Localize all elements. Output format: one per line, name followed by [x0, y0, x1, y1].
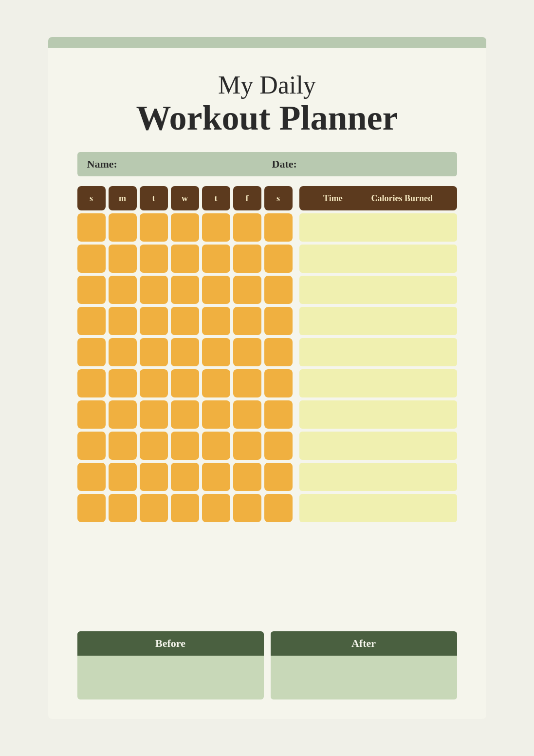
date-label: Date:: [262, 158, 447, 170]
day-cell[interactable]: [140, 213, 168, 242]
day-cell[interactable]: [264, 338, 293, 366]
day-cell[interactable]: [264, 400, 293, 429]
day-row-9: [77, 463, 293, 491]
day-cell[interactable]: [171, 213, 199, 242]
day-cell[interactable]: [233, 369, 261, 397]
day-cell[interactable]: [233, 463, 261, 491]
day-cell[interactable]: [140, 245, 168, 273]
tc-row-3[interactable]: [299, 276, 457, 304]
tracker-section: s m t w t f s: [77, 186, 457, 624]
day-cell[interactable]: [202, 213, 230, 242]
day-headers: s m t w t f s: [77, 186, 293, 210]
day-cell[interactable]: [264, 463, 293, 491]
day-cell[interactable]: [202, 245, 230, 273]
day-cell[interactable]: [171, 338, 199, 366]
day-cell[interactable]: [171, 307, 199, 335]
day-cell[interactable]: [233, 432, 261, 460]
day-cell[interactable]: [77, 494, 106, 522]
day-cell[interactable]: [264, 494, 293, 522]
day-cell[interactable]: [77, 369, 106, 397]
day-cell[interactable]: [233, 338, 261, 366]
day-cell[interactable]: [264, 245, 293, 273]
day-header-t1: t: [140, 186, 168, 210]
day-row-7: [77, 400, 293, 429]
day-cell[interactable]: [171, 432, 199, 460]
before-after-section: Before After: [77, 631, 457, 699]
tc-row-7[interactable]: [299, 400, 457, 429]
day-cell[interactable]: [202, 494, 230, 522]
day-cell[interactable]: [264, 213, 293, 242]
day-cell[interactable]: [140, 494, 168, 522]
day-cell[interactable]: [109, 276, 137, 304]
day-cell[interactable]: [109, 338, 137, 366]
day-header-s1: s: [77, 186, 106, 210]
after-label: After: [271, 631, 457, 656]
day-cell[interactable]: [77, 338, 106, 366]
day-cell[interactable]: [109, 307, 137, 335]
day-cell[interactable]: [233, 213, 261, 242]
day-cell[interactable]: [171, 245, 199, 273]
day-cell[interactable]: [140, 369, 168, 397]
day-cell[interactable]: [233, 276, 261, 304]
day-cell[interactable]: [233, 494, 261, 522]
day-cell[interactable]: [202, 432, 230, 460]
tc-row-1[interactable]: [299, 213, 457, 242]
day-cell[interactable]: [109, 494, 137, 522]
day-cell[interactable]: [264, 276, 293, 304]
day-cell[interactable]: [264, 369, 293, 397]
tc-row-8[interactable]: [299, 432, 457, 460]
day-cell[interactable]: [171, 494, 199, 522]
day-cell[interactable]: [109, 432, 137, 460]
day-cell[interactable]: [171, 463, 199, 491]
day-cell[interactable]: [140, 307, 168, 335]
day-cell[interactable]: [77, 400, 106, 429]
day-cell[interactable]: [77, 245, 106, 273]
day-row-4: [77, 307, 293, 335]
day-cell[interactable]: [109, 463, 137, 491]
before-container: Before: [77, 631, 264, 699]
day-cell[interactable]: [264, 432, 293, 460]
day-cell[interactable]: [202, 276, 230, 304]
day-cell[interactable]: [171, 276, 199, 304]
day-cell[interactable]: [77, 307, 106, 335]
day-cell[interactable]: [202, 463, 230, 491]
day-cell[interactable]: [233, 245, 261, 273]
day-cell[interactable]: [140, 338, 168, 366]
day-cell[interactable]: [109, 369, 137, 397]
day-header-s2: s: [264, 186, 293, 210]
tc-row-4[interactable]: [299, 307, 457, 335]
before-content[interactable]: [77, 656, 264, 699]
day-cell[interactable]: [233, 307, 261, 335]
day-cell[interactable]: [233, 400, 261, 429]
day-cell[interactable]: [109, 400, 137, 429]
day-cell[interactable]: [140, 400, 168, 429]
day-cell[interactable]: [109, 213, 137, 242]
day-row-3: [77, 276, 293, 304]
day-cell[interactable]: [77, 432, 106, 460]
tc-row-9[interactable]: [299, 463, 457, 491]
tc-row-6[interactable]: [299, 369, 457, 397]
name-date-row: Name: Date:: [77, 152, 457, 176]
day-cell[interactable]: [140, 463, 168, 491]
day-cell[interactable]: [109, 245, 137, 273]
day-header-t2: t: [202, 186, 230, 210]
day-cell[interactable]: [140, 432, 168, 460]
time-header-label: Time: [323, 193, 343, 204]
day-cell[interactable]: [77, 276, 106, 304]
tc-row-5[interactable]: [299, 338, 457, 366]
day-cell[interactable]: [77, 463, 106, 491]
day-cell[interactable]: [264, 307, 293, 335]
name-label: Name:: [87, 158, 262, 170]
day-cell[interactable]: [171, 400, 199, 429]
tc-row-10[interactable]: [299, 494, 457, 522]
after-content[interactable]: [271, 656, 457, 699]
day-cell[interactable]: [171, 369, 199, 397]
day-cell[interactable]: [140, 276, 168, 304]
day-cell[interactable]: [202, 369, 230, 397]
tc-row-2[interactable]: [299, 245, 457, 273]
day-header-f: f: [233, 186, 261, 210]
day-cell[interactable]: [77, 213, 106, 242]
day-cell[interactable]: [202, 400, 230, 429]
day-cell[interactable]: [202, 338, 230, 366]
day-cell[interactable]: [202, 307, 230, 335]
